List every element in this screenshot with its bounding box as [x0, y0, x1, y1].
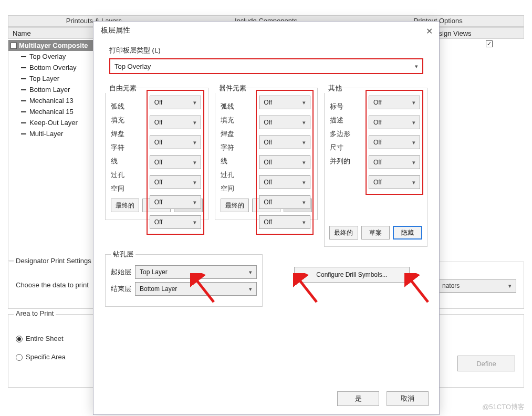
other-hide-button[interactable]: 隐藏 — [393, 226, 422, 240]
close-icon[interactable]: ✕ — [426, 26, 433, 36]
comp-tracks-select[interactable]: Off▾ — [259, 175, 310, 189]
other-dimension-select[interactable]: Off▾ — [369, 155, 420, 169]
col-design-views: Design Views — [426, 28, 524, 38]
free-arcs-select[interactable]: Off▾ — [150, 96, 201, 109]
area-title: Area to Print — [14, 309, 56, 317]
comp-strings-select[interactable]: Off▾ — [259, 155, 310, 169]
free-final-button[interactable]: 最终的 — [111, 199, 139, 212]
component-primitives-group: 器件元素 弧线 填充 焊盘 字符 线 过孔 空间 Off▾ Off▾ Off▾ … — [215, 84, 318, 247]
other-final-button[interactable]: 最终的 — [329, 226, 358, 240]
drill-layer-group: 钻孔层 起始层 Top Layer▾ 结束层 Bottom Layer▾ — [105, 254, 263, 307]
comp-fills-select[interactable]: Off▾ — [259, 116, 310, 129]
chevron-down-icon: ▾ — [508, 283, 512, 289]
drill-end-select[interactable]: Bottom Layer▾ — [135, 282, 257, 296]
other-comment-select[interactable]: Off▾ — [369, 116, 420, 129]
comp-regions-select[interactable]: Off▾ — [259, 215, 310, 229]
free-primitives-group: 自由元素 弧线 填充 焊盘 字符 线 过孔 空间 Off▾ Off▾ Off▾ … — [105, 84, 208, 247]
free-pads-select[interactable]: Off▾ — [150, 136, 201, 149]
configure-drill-button[interactable]: Configure Drill Symbols... — [294, 267, 410, 283]
comp-final-button[interactable]: 最终的 — [221, 199, 249, 212]
chevron-down-icon: ▾ — [415, 63, 418, 70]
free-tracks-select[interactable]: Off▾ — [150, 175, 201, 189]
comp-pads-select[interactable]: Off▾ — [259, 136, 310, 149]
free-strings-select[interactable]: Off▾ — [150, 155, 201, 169]
cancel-button[interactable]: 取消 — [387, 391, 429, 406]
layer-properties-dialog: 板层属性 ✕ 打印板层类型 (L) Top Overlay ▾ 自由元素 弧线 … — [93, 21, 440, 415]
design-views-checkbox[interactable]: ✓ — [486, 40, 493, 47]
free-fills-select[interactable]: Off▾ — [150, 116, 201, 129]
designator-title: Designator Print Settings — [14, 257, 93, 265]
layer-type-select[interactable]: Top Overlay ▾ — [109, 58, 423, 74]
free-vias-select[interactable]: Off▾ — [150, 195, 201, 209]
other-group: 其他 标号 描述 多边形 尺寸 并列的 Off▾ Off▾ Off▾ Off▾ … — [324, 84, 427, 247]
comp-arcs-select[interactable]: Off▾ — [259, 96, 310, 109]
dialog-title: 板层属性 ✕ — [93, 22, 439, 39]
free-regions-select[interactable]: Off▾ — [150, 215, 201, 229]
other-polygon-select[interactable]: Off▾ — [369, 136, 420, 149]
other-coordinate-select[interactable]: Off▾ — [369, 175, 420, 189]
layer-type-label: 打印板层类型 (L) — [109, 46, 423, 55]
drill-start-select[interactable]: Top Layer▾ — [135, 265, 257, 279]
other-draft-button[interactable]: 草案 — [361, 226, 390, 240]
watermark: @51CTO博客 — [482, 402, 525, 412]
designator-combo[interactable]: nators▾ — [437, 279, 516, 293]
other-designator-select[interactable]: Off▾ — [369, 96, 420, 109]
comp-vias-select[interactable]: Off▾ — [259, 195, 310, 209]
yes-button[interactable]: 是 — [337, 391, 379, 406]
define-button[interactable]: Define — [457, 356, 515, 371]
